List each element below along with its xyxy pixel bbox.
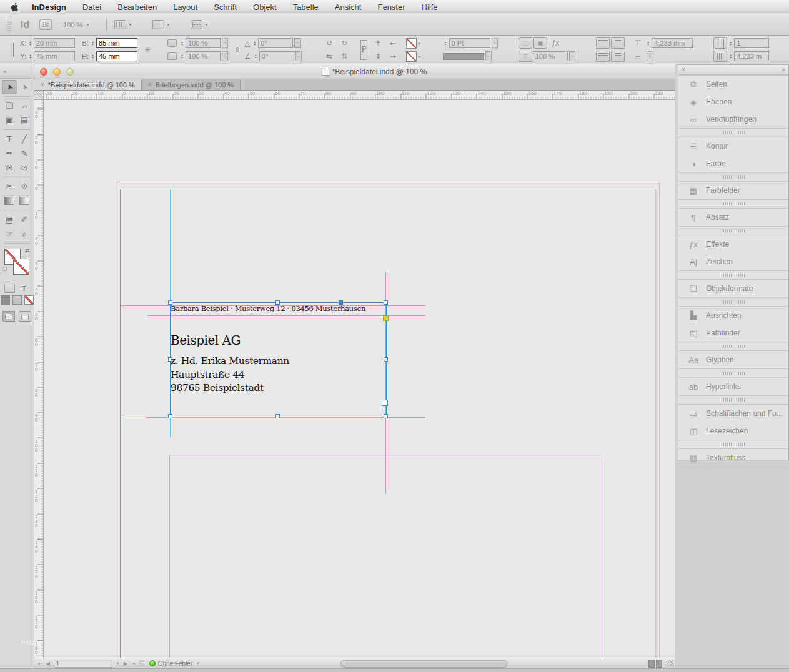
scroll-left-button[interactable]: [648, 660, 655, 668]
panel-button-schaltfl-chen-und-fo-[interactable]: ▭Schaltflächen und Fo...: [678, 405, 788, 422]
corner-edit-handle[interactable]: [383, 315, 389, 321]
vertical-ruler[interactable]: 3 02 01 001 02 03 04 05 06 07 08 09 01 0…: [34, 100, 44, 658]
zoom-level-dropdown[interactable]: 100 %: [63, 21, 82, 29]
stroke-style-dropdown[interactable]: [443, 53, 484, 60]
menu-datei[interactable]: Datei: [82, 2, 101, 12]
opacity-stepper[interactable]: ÷: [569, 51, 575, 61]
screen-mode-preview-button[interactable]: [19, 311, 31, 322]
hand-tool[interactable]: ☞: [2, 227, 17, 241]
close-window-button[interactable]: [40, 68, 47, 76]
frame-handle-bottom-left[interactable]: [168, 414, 172, 418]
width-field[interactable]: 85 mm: [96, 38, 137, 48]
width-spinner[interactable]: ▲▼: [90, 41, 96, 46]
scale-y-field[interactable]: 100 %: [186, 51, 221, 61]
dock-expand-icon[interactable]: »: [782, 66, 785, 73]
menu-hilfe[interactable]: Hilfe: [422, 2, 438, 12]
gap-tool[interactable]: ↔: [17, 99, 32, 113]
rectangle-frame-tool[interactable]: ⊠: [2, 161, 17, 175]
zoom-caret-icon[interactable]: ▾: [86, 22, 89, 27]
ruler-origin-corner[interactable]: [34, 91, 44, 100]
scale-x-field[interactable]: 100 %: [186, 38, 221, 48]
next-page-button[interactable]: ▶: [124, 661, 127, 666]
constrain-proportions-icon[interactable]: ✳: [144, 46, 151, 54]
fill-swatch-none[interactable]: [406, 38, 417, 49]
select-container-button[interactable]: ⇟: [372, 51, 385, 62]
panel-button-hyperlinks[interactable]: abHyperlinks: [678, 378, 788, 395]
formatting-affects-text-button[interactable]: T: [19, 284, 29, 293]
page-tool[interactable]: ❏: [2, 99, 17, 113]
panel-button-glyphen[interactable]: AaGlyphen: [678, 351, 788, 368]
frame-handle-bottom-center[interactable]: [275, 414, 280, 418]
menu-bearbeiten[interactable]: Bearbeiten: [117, 2, 157, 12]
frame-handle-middle-right[interactable]: [384, 357, 388, 362]
menu-objekt[interactable]: Objekt: [253, 2, 277, 12]
panel-button-effekte[interactable]: ƒxEffekte: [678, 235, 788, 253]
panel-button-ausrichten[interactable]: ▙Ausrichten: [678, 307, 788, 324]
eyedropper-tool[interactable]: ✐: [17, 212, 32, 227]
previous-page-button[interactable]: ◀: [46, 661, 50, 666]
y-field[interactable]: 45 mm: [34, 51, 75, 61]
panel-button-kontur[interactable]: ☰Kontur: [678, 137, 788, 155]
panel-button-pathfinder[interactable]: ◱Pathfinder: [678, 324, 788, 342]
frame-handle-top-right[interactable]: [384, 300, 388, 305]
shear-field[interactable]: 0°: [259, 51, 294, 61]
bridge-button[interactable]: Br: [39, 19, 52, 30]
gutter-field[interactable]: 4,233 m: [734, 51, 769, 61]
apply-color-button[interactable]: [1, 295, 10, 305]
y-spinner[interactable]: ▲▼: [27, 54, 33, 59]
stroke-weight-spinner[interactable]: ▲▼: [443, 41, 449, 46]
columns-field[interactable]: 1: [734, 38, 769, 48]
zoom-window-button[interactable]: [66, 68, 74, 76]
shear-spinner[interactable]: ▲▼: [253, 54, 259, 59]
panel-button-ebenen[interactable]: ◈Ebenen: [678, 93, 788, 111]
preflight-caret-icon[interactable]: ▼: [196, 661, 200, 665]
tab-beispieldatei[interactable]: × *Beispieldatei.indd @ 100 %: [34, 79, 142, 90]
page-dropdown-caret-icon[interactable]: ▼: [116, 661, 120, 665]
shear-stepper[interactable]: ÷: [295, 51, 302, 61]
select-previous-button[interactable]: ⇠: [387, 37, 400, 49]
panel-button-seiten[interactable]: ⧉Seiten: [678, 76, 788, 93]
stroke-weight-field[interactable]: 0 Pt: [449, 38, 490, 48]
panel-button-verkn-pfungen[interactable]: ∞Verknüpfungen: [678, 111, 788, 128]
screen-mode-normal-button[interactable]: [2, 311, 15, 322]
stroke-style-stepper[interactable]: ÷: [485, 51, 492, 61]
view-options-dropdown[interactable]: ▾: [114, 20, 141, 29]
horizontal-ruler[interactable]: 3020100102030405060708090100110120130140…: [44, 91, 675, 100]
stroke-caret-icon[interactable]: ▸: [419, 54, 421, 59]
rotate-cw-button[interactable]: ↻: [337, 37, 351, 49]
gradient-swatch-tool[interactable]: [2, 194, 17, 208]
ellipse-frame-tool[interactable]: ⊘: [17, 161, 32, 175]
gutter-spinner[interactable]: ▲▼: [728, 54, 733, 59]
select-next-button[interactable]: ⇢: [387, 51, 400, 62]
tab-close-icon[interactable]: ×: [148, 81, 152, 88]
constrain-scale-chain-icon[interactable]: ∞: [234, 47, 242, 52]
dock-close-icon[interactable]: ×: [682, 66, 685, 73]
flip-horizontal-button[interactable]: ⇆: [322, 51, 336, 62]
minimize-window-button[interactable]: [53, 68, 61, 76]
menu-fenster[interactable]: Fenster: [377, 2, 405, 12]
apply-gradient-button[interactable]: [12, 295, 22, 305]
document-canvas[interactable]: Barbara Beispiel · Musterweg 12 · 03456 …: [44, 100, 675, 658]
menu-tabelle[interactable]: Tabelle: [293, 2, 319, 12]
window-resize-grip[interactable]: [667, 660, 673, 666]
scroll-right-button[interactable]: [656, 660, 662, 668]
pencil-tool[interactable]: ✎: [17, 146, 32, 161]
stroke-weight-stepper[interactable]: ÷: [492, 38, 498, 48]
scale-x-stepper[interactable]: ÷: [222, 38, 228, 48]
panel-button-zeichen[interactable]: A|Zeichen: [678, 253, 788, 270]
menu-ansicht[interactable]: Ansicht: [335, 2, 362, 12]
page-number-field[interactable]: 1: [54, 660, 112, 668]
scale-x-spinner[interactable]: ▲▼: [179, 41, 185, 46]
height-field[interactable]: 45 mm: [96, 51, 137, 61]
wrap-offset-spinner[interactable]: ▲▼: [645, 41, 651, 46]
content-placer-tool[interactable]: ▤: [17, 113, 32, 127]
x-field[interactable]: 20 mm: [34, 38, 75, 48]
tab-close-icon[interactable]: ×: [41, 81, 44, 88]
line-tool[interactable]: ╱: [17, 132, 32, 146]
pen-tool[interactable]: ✒: [2, 146, 17, 161]
wrap-bounding-box-button[interactable]: [611, 37, 625, 49]
arrange-documents-dropdown[interactable]: ▾: [191, 20, 217, 29]
rotation-stepper[interactable]: ÷: [294, 38, 300, 48]
wrap-none-button[interactable]: [596, 37, 610, 49]
panel-button-lesezeichen[interactable]: ◫Lesezeichen: [678, 422, 788, 440]
